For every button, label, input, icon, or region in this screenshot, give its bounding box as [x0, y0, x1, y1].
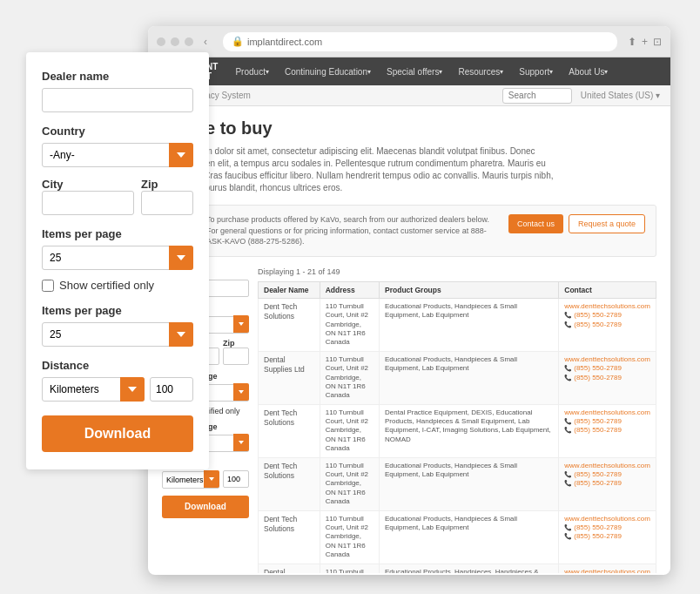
page-title: Where to buy [162, 118, 656, 138]
dealer-website-link[interactable]: www.denttechsolutions.com [564, 355, 650, 364]
distance-value-input[interactable] [150, 377, 193, 402]
items-per-page2-select-wrapper: 25 [42, 322, 193, 347]
info-banner: ✉ To purchase products offered by KaVo, … [162, 205, 656, 257]
browser-chrome: ‹ 🔒 implantdirect.com ⬆ + ⊡ [148, 26, 670, 57]
distance-unit-select[interactable]: Kilometers [42, 377, 145, 402]
table-row: Dental Supplies Ltd110 Turnbull Court, U… [259, 351, 656, 404]
url-bar[interactable]: 🔒 implantdirect.com [223, 32, 617, 51]
intro-paragraph: Lorem ipsum dolor sit amet, consectetur … [162, 145, 562, 194]
address-cell: 110 Turnbull Court, Unit #2 Cambridge, O… [320, 564, 379, 573]
url-text: implantdirect.com [247, 37, 322, 47]
site-nav: ID IMPLANTDIRECT Product Continuing Educ… [148, 57, 670, 85]
banner-text: To purchase products offered by KaVo, se… [206, 214, 500, 247]
country-label: Country [42, 125, 193, 138]
products-cell: Educational Products, Handpieces & Small… [380, 298, 559, 351]
dealer-phone1: 📞(855) 550-2789 [564, 311, 650, 320]
table-row: Dental Supplies Ltd110 Turnbull Court, U… [259, 564, 656, 573]
contact-us-button[interactable]: Contact us [508, 214, 563, 233]
items-per-page-select[interactable]: 25 [42, 246, 193, 270]
request-quote-button[interactable]: Request a quote [569, 214, 645, 233]
products-cell: Educational Products, Handpieces, Handpi… [380, 564, 559, 573]
products-cell: Educational Products, Handpieces & Small… [380, 457, 559, 510]
dealer-name-cell: Dent Tech Solutions [259, 298, 320, 351]
share-icon[interactable]: ⬆ [628, 36, 636, 48]
dealer-table-area: Displaying 1 - 21 of 149 Dealer Name Add… [258, 267, 656, 573]
nav-continuing-education[interactable]: Continuing Education [278, 57, 378, 85]
browser-dot-1 [157, 37, 165, 46]
nav-resources[interactable]: Resources [451, 57, 510, 85]
address-cell: 110 Turnbull Court, Unit #2 Cambridge, O… [320, 510, 379, 564]
col-dealer-name: Dealer Name [259, 281, 320, 298]
contact-cell: www.denttechsolutions.com📞(855) 550-2789… [559, 510, 656, 564]
col-contact: Contact [559, 281, 656, 298]
dealer-phone2: 📞(855) 550-2789 [564, 321, 650, 329]
dealer-phone2: 📞(855) 550-2789 [564, 532, 650, 541]
items-per-page-label: Items per page [42, 227, 193, 240]
contact-cell: www.denttechsolutions.com📞(855) 550-2789… [559, 298, 656, 351]
dealer-website-link[interactable]: www.denttechsolutions.com [564, 515, 650, 523]
dealer-website-link[interactable]: www.denttechsolutions.com [564, 408, 650, 417]
dealer-phone1: 📞(855) 550-2789 [564, 417, 650, 426]
dealer-phone1: 📞(855) 550-2789 [564, 523, 650, 532]
items-per-page2-select[interactable]: 25 [42, 322, 193, 347]
distance-unit-wrapper: Kilometers [42, 377, 145, 402]
address-cell: 110 Turnbull Court, Unit #2 Cambridge, O… [320, 404, 379, 457]
contact-cell: www.denttechsolutions.com📞(855) 550-2789 [559, 564, 656, 573]
items-per-page2-label: Items per page [42, 304, 193, 317]
dealer-website-link[interactable]: www.denttechsolutions.com [564, 462, 650, 470]
address-cell: 110 Turnbull Court, Unit #2 Cambridge, O… [320, 351, 379, 404]
browser-dot-2 [171, 37, 179, 46]
back-icon[interactable]: ‹ [199, 35, 212, 49]
dealer-website-link[interactable]: www.denttechsolutions.com [564, 568, 650, 573]
zip-input[interactable] [141, 191, 193, 215]
download-button[interactable]: Download [42, 415, 193, 452]
nav-support[interactable]: Support [512, 57, 560, 85]
browser-dot-3 [185, 37, 193, 46]
col-address: Address [320, 281, 379, 298]
nav-about[interactable]: About Us [562, 57, 615, 85]
country-select[interactable]: -Any- [42, 143, 193, 167]
dealer-phone2: 📞(855) 550-2789 [564, 374, 650, 382]
distance-row: Kilometers [42, 377, 193, 402]
dealer-name-cell: Dental Supplies Ltd [259, 564, 320, 573]
table-row: Dent Tech Solutions110 Turnbull Court, U… [259, 404, 656, 457]
lock-icon: 🔒 [232, 36, 244, 47]
dealer-name-input[interactable] [42, 88, 193, 112]
table-meta: Displaying 1 - 21 of 149 [258, 267, 656, 276]
inner-distance-unit-wrapper: Kilometers [162, 470, 219, 489]
dealer-name-cell: Dent Tech Solutions [259, 457, 320, 510]
inner-download-button[interactable]: Download [162, 496, 249, 518]
country-select-wrapper: -Any- [42, 143, 193, 167]
city-input[interactable] [42, 191, 134, 215]
contact-cell: www.denttechsolutions.com📞(855) 550-2789… [559, 457, 656, 510]
dealer-phone1: 📞(855) 550-2789 [564, 470, 650, 479]
nav-product[interactable]: Product [228, 57, 275, 85]
more-icon[interactable]: ⊡ [653, 36, 662, 48]
dealer-name-cell: Dent Tech Solutions [259, 510, 320, 564]
inner-distance-value-input[interactable] [223, 470, 249, 488]
show-certified-label: Show certified only [59, 279, 154, 292]
dealer-website-link[interactable]: www.denttechsolutions.com [564, 302, 650, 311]
site-search-input[interactable] [502, 88, 572, 104]
address-cell: 110 Turnbull Court, Unit #2 Cambridge, O… [320, 298, 379, 351]
dealer-name-label: Dealer name [42, 70, 193, 83]
browser-window: ‹ 🔒 implantdirect.com ⬆ + ⊡ ID IMPLANTDI… [148, 26, 670, 575]
items-per-page-select-wrapper: 25 [42, 246, 193, 270]
dealer-name-cell: Dental Supplies Ltd [259, 351, 320, 404]
banner-buttons: Contact us Request a quote [508, 214, 645, 233]
inner-distance-unit-select[interactable]: Kilometers [162, 471, 219, 489]
inner-zip-label: Zip [223, 339, 249, 348]
region-selector[interactable]: United States (US) ▾ [581, 91, 660, 100]
table-row: Dent Tech Solutions110 Turnbull Court, U… [259, 298, 656, 351]
col-products: Product Groups [380, 281, 559, 298]
show-certified-checkbox[interactable] [42, 280, 54, 292]
add-tab-icon[interactable]: + [642, 36, 648, 48]
dealer-phone1: 📞(855) 550-2789 [564, 364, 650, 373]
left-filter-panel: Dealer name Country -Any- City Zip Items… [26, 52, 209, 469]
inner-distance-row: Kilometers [162, 470, 249, 489]
products-cell: Educational Products, Handpieces & Small… [380, 351, 559, 404]
inner-zip-input[interactable] [223, 348, 249, 365]
distance-label: Distance [42, 359, 193, 372]
nav-special-offers[interactable]: Special offers [380, 57, 449, 85]
dealer-phone2: 📞(855) 550-2789 [564, 426, 650, 435]
